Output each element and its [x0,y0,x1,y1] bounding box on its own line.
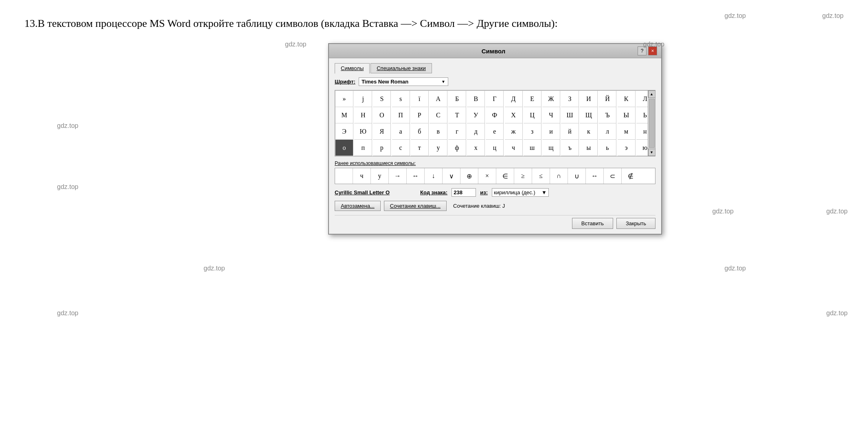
symbol-cell[interactable]: л [598,123,616,140]
dialog-body: Символы Специальные знаки Шрифт: Times N… [329,58,661,234]
symbol-cell[interactable]: К [618,91,636,107]
symbol-cell[interactable]: Ш [561,107,579,123]
symbol-cell[interactable]: ф [448,140,466,156]
recent-cell[interactable]: у [371,168,389,184]
symbol-cell[interactable]: р [373,140,391,156]
recent-cell[interactable]: ≥ [514,168,532,184]
recent-cell[interactable]: ∪ [568,168,586,184]
recent-cell[interactable]: ∨ [443,168,460,184]
recent-cell[interactable]: × [478,168,496,184]
symbol-cell[interactable]: S [373,91,391,107]
symbol-cell[interactable]: ц [486,140,504,156]
symbol-cell[interactable]: Е [524,91,541,107]
char-name: Cyrillic Small Letter O [335,189,416,196]
symbol-cell[interactable]: С [430,107,447,123]
font-row: Шрифт: Times New Roman ▼ [335,77,655,86]
symbol-cell[interactable]: а [392,123,410,140]
recent-cell[interactable]: ↓ [425,168,443,184]
symbol-cell[interactable]: Г [486,91,504,107]
recent-cell[interactable]: ч [353,168,371,184]
symbol-cell[interactable]: ы [580,140,598,156]
symbol-cell[interactable]: х [467,140,485,156]
symbol-cell[interactable]: с [392,140,410,156]
recent-cell[interactable]: ↔ [586,168,604,184]
scroll-thumb[interactable] [649,99,655,148]
watermark-3: gdz.top [285,41,306,48]
symbol-cell[interactable]: Щ [580,107,598,123]
close-dialog-button[interactable]: Закрыть [616,218,655,229]
code-input[interactable] [452,188,476,197]
symbol-cell[interactable]: Н [354,107,372,123]
symbol-cell[interactable]: Й [598,91,616,107]
symbol-cell[interactable]: Ф [486,107,504,123]
symbol-cell[interactable]: Ч [542,107,560,123]
insert-button[interactable]: Вставить [572,218,613,229]
symbol-cell[interactable]: щ [542,140,560,156]
symbol-cell[interactable]: и [542,123,560,140]
symbol-cell[interactable]: В [467,91,485,107]
scroll-down-button[interactable]: ▼ [648,149,655,156]
font-select[interactable]: Times New Roman ▼ [359,77,448,86]
symbol-cell[interactable]: Я [373,123,391,140]
symbol-cell[interactable]: у [430,140,447,156]
from-select[interactable]: кириллица (дес.) ▼ [492,188,549,197]
recent-cell[interactable]: ⊕ [460,168,478,184]
symbol-cell[interactable]: ь [598,140,616,156]
symbol-cell[interactable]: З [561,91,579,107]
symbol-cell[interactable]: т [411,140,429,156]
scroll-up-button[interactable]: ▲ [648,90,655,98]
shortcut-button[interactable]: Сочетание клавиш... [384,201,447,211]
symbol-cell[interactable]: Ю [354,123,372,140]
symbol-cell[interactable]: И [580,91,598,107]
symbol-cell[interactable]: Ъ [598,107,616,123]
symbol-cell[interactable]: д [467,123,485,140]
symbol-cell[interactable]: з [524,123,541,140]
symbol-cell[interactable]: Ы [618,107,636,123]
recent-cell[interactable]: ≤ [532,168,550,184]
symbol-cell[interactable]: s [392,91,410,107]
symbol-cell[interactable]: Х [505,107,523,123]
symbol-cell[interactable]: к [580,123,598,140]
symbol-cell[interactable]: е [486,123,504,140]
symbol-cell[interactable]: » [335,91,353,107]
symbol-cell[interactable]: п [354,140,372,156]
symbol-cell[interactable]: Ц [524,107,541,123]
symbol-cell[interactable]: У [467,107,485,123]
recent-cell[interactable] [335,168,353,184]
scrollbar[interactable]: ▲ ▼ [648,90,655,156]
symbol-cell[interactable]: ж [505,123,523,140]
symbol-cell[interactable]: ъ [561,140,579,156]
recent-cell[interactable]: ⊂ [604,168,622,184]
symbol-cell[interactable]: Т [448,107,466,123]
recent-cell[interactable]: ∈ [496,168,514,184]
symbol-cell[interactable]: ш [524,140,541,156]
symbol-cell[interactable]: в [430,123,447,140]
symbol-cell[interactable]: э [618,140,636,156]
symbol-cell[interactable]: б [411,123,429,140]
symbol-cell[interactable]: Ж [542,91,560,107]
symbol-cell[interactable]: Б [448,91,466,107]
recent-cell[interactable]: ↔ [407,168,425,184]
recent-cell[interactable]: → [389,168,407,184]
recent-cell[interactable]: ∩ [550,168,568,184]
symbol-cell[interactable]: О [373,107,391,123]
symbol-cell[interactable]: м [618,123,636,140]
tab-special[interactable]: Специальные знаки [370,63,432,73]
symbol-cell[interactable]: j [354,91,372,107]
autoreplace-button[interactable]: Автозамена... [335,201,381,211]
symbol-cell[interactable]: ч [505,140,523,156]
symbol-cell[interactable]: Э [335,123,353,140]
symbol-cell[interactable]: М [335,107,353,123]
symbol-cell[interactable]: П [392,107,410,123]
symbol-grid: »jSsïАБВГДЕЖЗИЙКЛМНОПРСТУФХЦЧШЩЪЫЬЭЮЯабв… [335,90,655,156]
symbol-cell[interactable]: ï [411,91,429,107]
symbol-cell[interactable]: Д [505,91,523,107]
symbol-cell[interactable]: о [335,140,353,156]
symbol-grid-container: »jSsïАБВГДЕЖЗИЙКЛМНОПРСТУФХЦЧШЩЪЫЬЭЮЯабв… [335,90,655,156]
tab-symbols[interactable]: Символы [335,63,370,74]
symbol-cell[interactable]: й [561,123,579,140]
symbol-cell[interactable]: г [448,123,466,140]
recent-cell[interactable]: ∉ [622,168,640,184]
symbol-cell[interactable]: А [430,91,447,107]
symbol-cell[interactable]: Р [411,107,429,123]
